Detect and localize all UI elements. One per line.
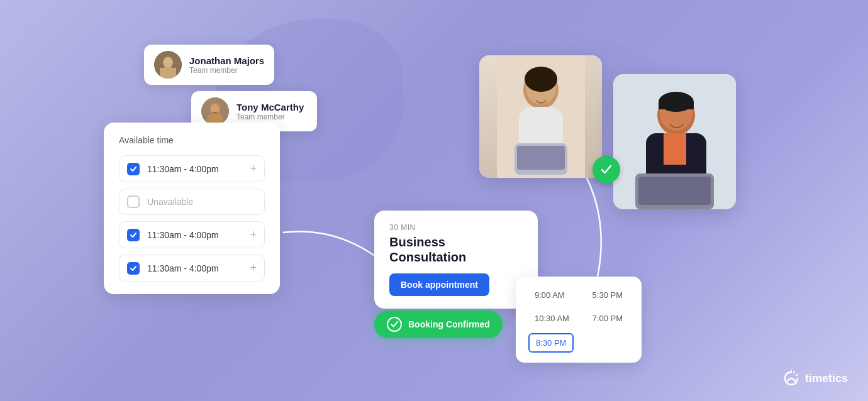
tony-role: Team member (236, 113, 304, 121)
timeslot-row-1: 9:00 AM 5:30 PM (528, 287, 629, 304)
checkbox-4[interactable] (127, 262, 140, 275)
svg-rect-23 (659, 102, 694, 109)
slot-830pm[interactable]: 8:30 PM (528, 333, 574, 353)
slot-900am[interactable]: 9:00 AM (528, 287, 571, 304)
avatar-jonathan (154, 51, 182, 79)
check-badge-icon (593, 156, 620, 184)
timetics-logo: timetics (782, 370, 848, 387)
photo-card-woman (479, 55, 602, 178)
checkbox-3[interactable] (127, 229, 140, 241)
team-card-jonathan: Jonathan Majors Team member (144, 45, 274, 85)
svg-point-15 (525, 67, 557, 92)
available-time-panel: Available time 11:30am - 4:00pm + Unavai… (104, 123, 280, 294)
timeslot-row-3: 8:30 PM (528, 333, 629, 353)
avatar-tony (201, 97, 229, 125)
confirmed-check-icon (387, 317, 402, 332)
time-slot-1-text: 11:30am - 4:00pm (147, 164, 242, 174)
photo-man-background (613, 74, 736, 209)
time-slot-row-2[interactable]: Unavailable (119, 189, 265, 215)
svg-rect-27 (638, 177, 711, 205)
jonathan-info: Jonathan Majors Team member (189, 55, 264, 75)
booking-confirmed-text: Booking Confirmed (408, 319, 490, 329)
consultation-duration: 30 MIN (389, 223, 523, 232)
available-time-title: Available time (119, 135, 265, 145)
slot-530pm[interactable]: 5:30 PM (586, 287, 629, 304)
time-slot-3-text: 11:30am - 4:00pm (147, 230, 242, 240)
checkbox-1[interactable] (127, 163, 140, 175)
plus-icon-4[interactable]: + (250, 261, 257, 275)
svg-point-2 (164, 58, 172, 68)
timeslots-card: 9:00 AM 5:30 PM 10:30 AM 7:00 PM 8:30 PM (516, 277, 642, 363)
jonathan-name: Jonathan Majors (189, 55, 264, 66)
photo-woman-background (479, 55, 602, 178)
tony-info: Tony McCarthy Team member (236, 102, 304, 121)
consultation-card: 30 MIN Business Consultation Book appoin… (374, 211, 538, 309)
time-slot-row-3[interactable]: 11:30am - 4:00pm + (119, 221, 265, 248)
timetics-name: timetics (805, 372, 848, 385)
checkbox-2[interactable] (127, 195, 140, 208)
time-slot-row-1[interactable]: 11:30am - 4:00pm + (119, 155, 265, 182)
svg-rect-25 (664, 133, 686, 165)
plus-icon-3[interactable]: + (250, 228, 257, 241)
tony-name: Tony McCarthy (236, 102, 304, 113)
svg-rect-4 (160, 68, 176, 79)
booking-confirmed-badge: Booking Confirmed (374, 310, 503, 338)
photo-card-man (613, 74, 736, 209)
svg-rect-18 (517, 146, 565, 170)
timetics-logo-icon (782, 370, 800, 387)
arrow-panel-to-consult (277, 220, 390, 270)
slot-1030am[interactable]: 10:30 AM (528, 310, 576, 327)
time-slot-row-4[interactable]: 11:30am - 4:00pm + (119, 255, 265, 282)
time-slot-2-text: Unavailable (147, 197, 257, 207)
plus-icon-1[interactable]: + (250, 162, 257, 175)
jonathan-role: Team member (189, 66, 264, 75)
consultation-title: Business Consultation (389, 234, 523, 265)
book-appointment-button[interactable]: Book appointment (389, 273, 489, 296)
timeslot-row-2: 10:30 AM 7:00 PM (528, 310, 629, 327)
slot-700pm[interactable]: 7:00 PM (586, 310, 629, 327)
time-slot-4-text: 11:30am - 4:00pm (147, 263, 242, 273)
